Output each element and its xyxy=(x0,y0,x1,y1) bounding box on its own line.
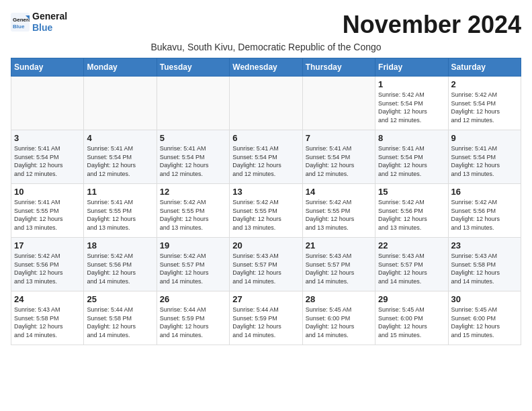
calendar-cell: 19Sunrise: 5:42 AM Sunset: 5:57 PM Dayli… xyxy=(157,238,229,291)
calendar-cell: 1Sunrise: 5:42 AM Sunset: 5:54 PM Daylig… xyxy=(375,77,448,130)
calendar-cell: 4Sunrise: 5:41 AM Sunset: 5:54 PM Daylig… xyxy=(84,130,157,184)
day-info: Sunrise: 5:44 AM Sunset: 5:59 PM Dayligh… xyxy=(160,306,226,339)
day-number: 1 xyxy=(378,79,445,89)
calendar-week-row: 17Sunrise: 5:42 AM Sunset: 5:56 PM Dayli… xyxy=(11,238,521,291)
calendar-cell: 13Sunrise: 5:42 AM Sunset: 5:55 PM Dayli… xyxy=(230,184,302,238)
weekday-header-cell: Monday xyxy=(84,58,157,77)
calendar-subtitle: Bukavu, South Kivu, Democratic Republic … xyxy=(11,42,521,52)
day-number: 25 xyxy=(87,294,153,304)
weekday-header-cell: Friday xyxy=(375,58,448,77)
day-info: Sunrise: 5:41 AM Sunset: 5:55 PM Dayligh… xyxy=(87,198,153,232)
calendar-cell: 12Sunrise: 5:42 AM Sunset: 5:55 PM Dayli… xyxy=(157,184,229,238)
calendar-cell: 28Sunrise: 5:45 AM Sunset: 6:00 PM Dayli… xyxy=(302,291,375,345)
day-info: Sunrise: 5:44 AM Sunset: 5:59 PM Dayligh… xyxy=(232,306,299,339)
day-number: 14 xyxy=(306,187,372,197)
day-info: Sunrise: 5:43 AM Sunset: 5:57 PM Dayligh… xyxy=(232,252,299,285)
calendar-week-row: 3Sunrise: 5:41 AM Sunset: 5:54 PM Daylig… xyxy=(11,130,521,184)
weekday-header-cell: Thursday xyxy=(302,58,375,77)
day-number: 6 xyxy=(232,133,299,143)
day-number: 7 xyxy=(306,133,372,143)
calendar-cell: 21Sunrise: 5:43 AM Sunset: 5:57 PM Dayli… xyxy=(302,238,375,291)
calendar-table: SundayMondayTuesdayWednesdayThursdayFrid… xyxy=(11,58,521,345)
calendar-cell: 30Sunrise: 5:45 AM Sunset: 6:00 PM Dayli… xyxy=(448,291,521,345)
day-info: Sunrise: 5:42 AM Sunset: 5:54 PM Dayligh… xyxy=(378,91,445,124)
day-number: 26 xyxy=(160,294,226,304)
calendar-cell: 26Sunrise: 5:44 AM Sunset: 5:59 PM Dayli… xyxy=(157,291,229,345)
day-number: 20 xyxy=(232,240,299,250)
day-info: Sunrise: 5:41 AM Sunset: 5:54 PM Dayligh… xyxy=(378,144,445,178)
calendar-week-row: 1Sunrise: 5:42 AM Sunset: 5:54 PM Daylig… xyxy=(11,77,521,130)
calendar-cell: 8Sunrise: 5:41 AM Sunset: 5:54 PM Daylig… xyxy=(375,130,448,184)
calendar-cell: 18Sunrise: 5:42 AM Sunset: 5:56 PM Dayli… xyxy=(84,238,157,291)
day-info: Sunrise: 5:42 AM Sunset: 5:56 PM Dayligh… xyxy=(378,198,445,232)
day-number: 21 xyxy=(306,240,372,250)
page-header: General Blue General Blue November 2024 xyxy=(11,11,521,39)
calendar-cell: 2Sunrise: 5:42 AM Sunset: 5:54 PM Daylig… xyxy=(448,77,521,130)
logo: General Blue General Blue xyxy=(11,11,67,34)
day-number: 5 xyxy=(160,133,226,143)
calendar-cell: 16Sunrise: 5:42 AM Sunset: 5:56 PM Dayli… xyxy=(448,184,521,238)
day-number: 12 xyxy=(160,187,226,197)
logo-icon: General Blue xyxy=(11,13,30,32)
weekday-header-cell: Saturday xyxy=(448,58,521,77)
day-number: 4 xyxy=(87,133,153,143)
day-info: Sunrise: 5:43 AM Sunset: 5:57 PM Dayligh… xyxy=(306,252,372,285)
calendar-cell: 17Sunrise: 5:42 AM Sunset: 5:56 PM Dayli… xyxy=(11,238,84,291)
day-info: Sunrise: 5:42 AM Sunset: 5:54 PM Dayligh… xyxy=(451,91,518,124)
calendar-cell: 9Sunrise: 5:41 AM Sunset: 5:54 PM Daylig… xyxy=(448,130,521,184)
calendar-cell: 5Sunrise: 5:41 AM Sunset: 5:54 PM Daylig… xyxy=(157,130,229,184)
calendar-cell: 3Sunrise: 5:41 AM Sunset: 5:54 PM Daylig… xyxy=(11,130,84,184)
day-info: Sunrise: 5:41 AM Sunset: 5:54 PM Dayligh… xyxy=(306,144,372,178)
calendar-body: 1Sunrise: 5:42 AM Sunset: 5:54 PM Daylig… xyxy=(11,77,521,345)
day-info: Sunrise: 5:42 AM Sunset: 5:56 PM Dayligh… xyxy=(87,252,153,285)
calendar-cell: 10Sunrise: 5:41 AM Sunset: 5:55 PM Dayli… xyxy=(11,184,84,238)
day-info: Sunrise: 5:43 AM Sunset: 5:58 PM Dayligh… xyxy=(451,252,518,285)
month-title: November 2024 xyxy=(343,11,521,39)
svg-text:Blue: Blue xyxy=(13,24,25,30)
calendar-week-row: 24Sunrise: 5:43 AM Sunset: 5:58 PM Dayli… xyxy=(11,291,521,345)
day-number: 27 xyxy=(232,294,299,304)
day-info: Sunrise: 5:42 AM Sunset: 5:55 PM Dayligh… xyxy=(160,198,226,232)
calendar-cell: 6Sunrise: 5:41 AM Sunset: 5:54 PM Daylig… xyxy=(230,130,302,184)
calendar-cell: 11Sunrise: 5:41 AM Sunset: 5:55 PM Dayli… xyxy=(84,184,157,238)
day-number: 17 xyxy=(14,240,81,250)
calendar-cell xyxy=(230,77,302,130)
day-info: Sunrise: 5:42 AM Sunset: 5:56 PM Dayligh… xyxy=(14,252,81,285)
day-info: Sunrise: 5:45 AM Sunset: 6:00 PM Dayligh… xyxy=(306,306,372,339)
weekday-header-row: SundayMondayTuesdayWednesdayThursdayFrid… xyxy=(11,58,521,77)
calendar-cell: 23Sunrise: 5:43 AM Sunset: 5:58 PM Dayli… xyxy=(448,238,521,291)
day-number: 24 xyxy=(14,294,81,304)
calendar-cell xyxy=(302,77,375,130)
day-number: 3 xyxy=(14,133,81,143)
calendar-cell: 7Sunrise: 5:41 AM Sunset: 5:54 PM Daylig… xyxy=(302,130,375,184)
day-info: Sunrise: 5:45 AM Sunset: 6:00 PM Dayligh… xyxy=(378,306,445,339)
calendar-cell xyxy=(157,77,229,130)
day-info: Sunrise: 5:41 AM Sunset: 5:54 PM Dayligh… xyxy=(451,144,518,178)
day-number: 15 xyxy=(378,187,445,197)
logo-text: General Blue xyxy=(32,11,67,34)
calendar-cell: 14Sunrise: 5:42 AM Sunset: 5:55 PM Dayli… xyxy=(302,184,375,238)
weekday-header-cell: Tuesday xyxy=(157,58,229,77)
calendar-cell: 25Sunrise: 5:44 AM Sunset: 5:58 PM Dayli… xyxy=(84,291,157,345)
day-info: Sunrise: 5:42 AM Sunset: 5:56 PM Dayligh… xyxy=(451,198,518,232)
weekday-header-cell: Sunday xyxy=(11,58,84,77)
calendar-cell: 27Sunrise: 5:44 AM Sunset: 5:59 PM Dayli… xyxy=(230,291,302,345)
calendar-cell xyxy=(11,77,84,130)
day-number: 13 xyxy=(232,187,299,197)
day-info: Sunrise: 5:43 AM Sunset: 5:57 PM Dayligh… xyxy=(378,252,445,285)
day-number: 29 xyxy=(378,294,445,304)
calendar-week-row: 10Sunrise: 5:41 AM Sunset: 5:55 PM Dayli… xyxy=(11,184,521,238)
day-info: Sunrise: 5:42 AM Sunset: 5:57 PM Dayligh… xyxy=(160,252,226,285)
day-info: Sunrise: 5:41 AM Sunset: 5:55 PM Dayligh… xyxy=(14,198,81,232)
day-info: Sunrise: 5:41 AM Sunset: 5:54 PM Dayligh… xyxy=(87,144,153,178)
weekday-header-cell: Wednesday xyxy=(230,58,302,77)
svg-text:General: General xyxy=(13,17,30,23)
day-number: 19 xyxy=(160,240,226,250)
day-number: 8 xyxy=(378,133,445,143)
day-number: 10 xyxy=(14,187,81,197)
day-number: 16 xyxy=(451,187,518,197)
calendar-cell xyxy=(84,77,157,130)
day-number: 9 xyxy=(451,133,518,143)
calendar-cell: 29Sunrise: 5:45 AM Sunset: 6:00 PM Dayli… xyxy=(375,291,448,345)
day-number: 11 xyxy=(87,187,153,197)
